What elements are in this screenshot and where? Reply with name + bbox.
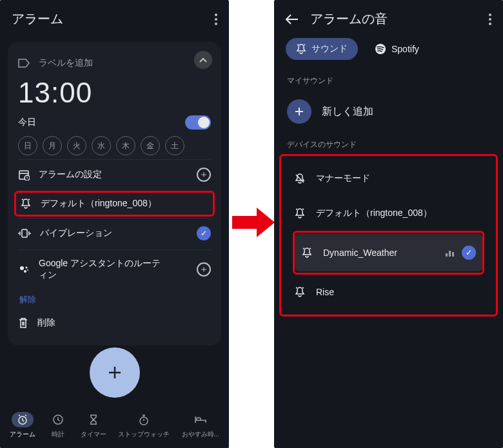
check-icon[interactable]: ✓ bbox=[197, 226, 211, 240]
nav-alarm-label: アラーム bbox=[10, 430, 35, 439]
sound-item-silent[interactable]: マナーモード bbox=[288, 161, 489, 196]
page-title: アラーム bbox=[12, 10, 63, 28]
alarm-time[interactable]: 13:00 bbox=[18, 77, 211, 109]
nav-stopwatch[interactable]: ストップウォッチ bbox=[118, 412, 170, 439]
overflow-menu-icon[interactable] bbox=[489, 14, 491, 25]
alarm-settings-label: アラームの設定 bbox=[39, 169, 102, 180]
header: アラーム bbox=[0, 0, 229, 34]
sound-item-dynamic[interactable]: Dynamic_Weather ✓ bbox=[295, 234, 482, 271]
vibration-icon bbox=[18, 228, 31, 239]
assistant-icon bbox=[18, 264, 30, 275]
alarm-card: ラベルを追加 13:00 今日 日 月 火 水 木 金 土 アラームの設定 ＋ bbox=[8, 42, 221, 346]
bell-icon bbox=[294, 208, 306, 219]
add-sound-row[interactable]: 新しく追加 bbox=[274, 90, 503, 133]
check-icon: ✓ bbox=[462, 246, 476, 260]
vibration-label: バイブレーション bbox=[40, 228, 112, 239]
delete-row[interactable]: 削除 bbox=[18, 311, 211, 335]
bottom-nav: アラーム 時計 タイマー ストップウォッチ おやすみ時... bbox=[0, 403, 229, 448]
svg-point-7 bbox=[26, 267, 28, 269]
collapse-button[interactable] bbox=[194, 51, 212, 69]
nav-bedtime-label: おやすみ時... bbox=[182, 430, 219, 439]
day-thu[interactable]: 木 bbox=[116, 136, 135, 155]
selected-sound-highlight: Dynamic_Weather ✓ bbox=[293, 231, 484, 275]
stopwatch-icon bbox=[133, 412, 155, 427]
header: アラームの音 bbox=[274, 0, 503, 34]
chip-sound[interactable]: サウンド bbox=[286, 38, 358, 60]
device-sounds-highlight: マナーモード デフォルト（ringtone_008） bbox=[279, 154, 498, 317]
day-sat[interactable]: 土 bbox=[165, 136, 184, 155]
day-fri[interactable]: 金 bbox=[141, 136, 160, 155]
svg-point-13 bbox=[489, 14, 491, 16]
delete-label: 削除 bbox=[37, 317, 55, 329]
hourglass-icon bbox=[83, 412, 104, 427]
spotify-icon bbox=[375, 43, 386, 55]
today-row: 今日 bbox=[18, 115, 211, 130]
alarm-icon bbox=[12, 412, 34, 427]
sound-silent-label: マナーモード bbox=[316, 173, 370, 184]
day-sun[interactable]: 日 bbox=[18, 136, 37, 155]
alarm-settings-row[interactable]: アラームの設定 ＋ bbox=[18, 159, 211, 190]
section-my-sounds: マイサウンド bbox=[274, 69, 503, 90]
chip-spotify-label: Spotify bbox=[391, 44, 419, 54]
alarm-toggle[interactable] bbox=[185, 115, 211, 130]
add-icon[interactable]: ＋ bbox=[197, 168, 211, 182]
nav-stopwatch-label: ストップウォッチ bbox=[118, 430, 170, 439]
nav-clock[interactable]: 時計 bbox=[47, 412, 69, 439]
nav-timer-label: タイマー bbox=[81, 430, 106, 439]
label-placeholder: ラベルを追加 bbox=[39, 57, 93, 69]
trash-icon bbox=[18, 317, 28, 329]
ringtone-row[interactable]: デフォルト（ringtone_008） bbox=[14, 191, 215, 217]
overflow-menu-icon[interactable] bbox=[215, 14, 217, 25]
svg-point-0 bbox=[215, 14, 217, 16]
assistant-row[interactable]: Google アシスタントのルーティン ＋ bbox=[18, 249, 211, 289]
day-wed[interactable]: 水 bbox=[92, 136, 111, 155]
chip-spotify[interactable]: Spotify bbox=[364, 38, 429, 60]
label-row[interactable]: ラベルを追加 bbox=[18, 52, 211, 74]
svg-point-15 bbox=[489, 23, 491, 25]
ringtone-label: デフォルト（ringtone_008） bbox=[41, 198, 157, 209]
svg-point-1 bbox=[215, 18, 217, 21]
day-mon[interactable]: 月 bbox=[43, 136, 62, 155]
bell-icon bbox=[294, 286, 306, 298]
sound-default-label: デフォルト（ringtone_008） bbox=[316, 208, 432, 219]
add-icon[interactable]: ＋ bbox=[197, 262, 211, 277]
svg-rect-5 bbox=[22, 229, 27, 237]
page-title: アラームの音 bbox=[310, 10, 388, 28]
calendar-icon bbox=[18, 169, 30, 180]
tutorial-arrow-icon bbox=[231, 203, 276, 242]
sound-item-default[interactable]: デフォルト（ringtone_008） bbox=[288, 196, 489, 231]
section-device-sounds: デバイスのサウンド bbox=[274, 133, 503, 154]
bell-icon bbox=[20, 198, 32, 209]
assistant-label: Google アシスタントのルーティン bbox=[39, 258, 168, 281]
bell-off-icon bbox=[294, 173, 306, 184]
svg-point-14 bbox=[489, 18, 491, 21]
svg-point-8 bbox=[24, 270, 26, 273]
label-icon bbox=[18, 59, 30, 68]
add-alarm-fab[interactable] bbox=[90, 347, 140, 398]
bell-icon bbox=[296, 44, 306, 54]
svg-point-2 bbox=[215, 23, 217, 25]
bell-icon bbox=[301, 247, 313, 258]
bed-icon bbox=[190, 412, 212, 427]
dismiss-link[interactable]: 解除 bbox=[18, 289, 211, 311]
back-arrow-icon[interactable] bbox=[286, 14, 299, 24]
alarm-screen: アラーム ラベルを追加 13:00 今日 日 月 火 水 木 金 土 bbox=[0, 0, 229, 448]
sound-rise-label: Rise bbox=[316, 287, 334, 297]
plus-icon bbox=[287, 99, 311, 124]
vibration-row[interactable]: バイブレーション ✓ bbox=[18, 218, 211, 248]
sound-dynamic-label: Dynamic_Weather bbox=[323, 248, 397, 258]
today-label: 今日 bbox=[18, 117, 36, 128]
nav-alarm[interactable]: アラーム bbox=[10, 412, 35, 439]
source-chips: サウンド Spotify bbox=[274, 34, 503, 69]
day-selector: 日 月 火 水 木 金 土 bbox=[18, 136, 211, 155]
nav-bedtime[interactable]: おやすみ時... bbox=[182, 412, 219, 439]
chip-sound-label: サウンド bbox=[311, 43, 348, 55]
sound-item-rise[interactable]: Rise bbox=[288, 275, 489, 309]
svg-point-6 bbox=[20, 266, 24, 270]
alarm-sound-screen: アラームの音 サウンド Spotify マイサウンド 新しく追加 デバイスのサウ… bbox=[274, 0, 503, 448]
day-tue[interactable]: 火 bbox=[67, 136, 86, 155]
nav-timer[interactable]: タイマー bbox=[81, 412, 106, 439]
add-sound-label: 新しく追加 bbox=[322, 105, 373, 119]
nav-clock-label: 時計 bbox=[52, 430, 64, 439]
svg-point-9 bbox=[27, 269, 28, 271]
